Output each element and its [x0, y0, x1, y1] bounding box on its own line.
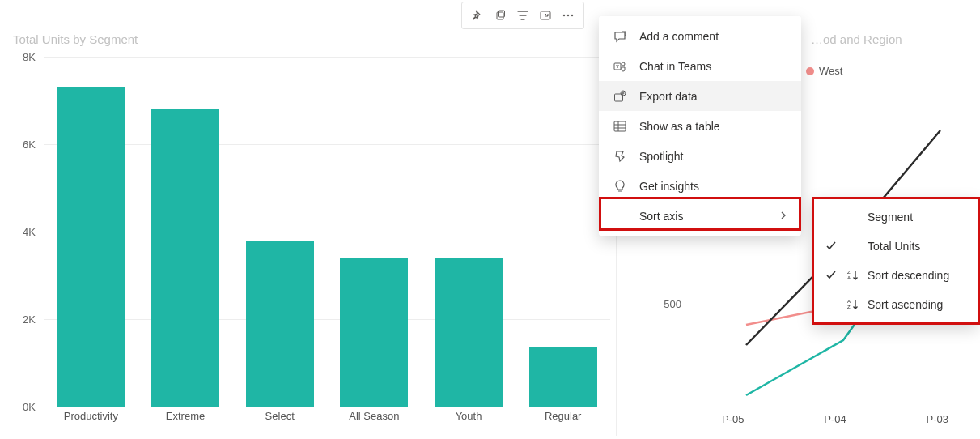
line-x-axis-labels: P-05 P-04 P-03	[722, 413, 948, 425]
bar-extreme[interactable]	[151, 109, 219, 407]
y-tick-label: 8K	[11, 51, 36, 63]
bar-plot-area	[44, 57, 610, 407]
menu-item-export-data[interactable]: Export data	[599, 81, 801, 111]
x-tick-label: All Season	[327, 410, 422, 429]
lightbulb-icon	[612, 178, 628, 194]
menu-item-add-comment[interactable]: Add a comment	[599, 21, 801, 51]
pin-icon[interactable]	[470, 8, 485, 23]
table-icon	[612, 118, 628, 134]
svg-text:Z: Z	[847, 305, 851, 309]
y-tick-label: 2K	[11, 313, 36, 326]
bar-select[interactable]	[246, 241, 314, 407]
menu-item-label: Spotlight	[639, 150, 683, 163]
svg-rect-0	[497, 12, 503, 19]
sort-axis-submenu: Segment Total Units ZA Sort descending A…	[812, 198, 978, 324]
export-icon	[612, 88, 628, 104]
bar-all-season[interactable]	[340, 258, 408, 407]
x-tick-label: Extreme	[138, 410, 233, 429]
submenu-item-label: Total Units	[868, 240, 920, 253]
svg-text:A: A	[847, 299, 851, 304]
submenu-item-label: Segment	[868, 211, 913, 224]
legend-label: West	[819, 65, 842, 77]
x-tick-label: Youth	[422, 410, 516, 429]
legend-item-west[interactable]: West	[806, 65, 842, 77]
bar-chart: 8K 6K 4K 2K 0K Productivity Extreme Sele…	[11, 57, 610, 429]
x-tick-label: Regular	[515, 410, 610, 429]
sort-option-descending[interactable]: ZA Sort descending	[812, 261, 978, 290]
menu-item-label: Show as a table	[639, 120, 720, 133]
svg-point-3	[563, 15, 565, 16]
svg-point-5	[571, 15, 573, 16]
x-tick-label: Productivity	[44, 410, 138, 429]
menu-item-label: Chat in Teams	[639, 60, 711, 73]
legend-dot-icon	[806, 67, 814, 75]
svg-point-4	[567, 15, 569, 16]
spotlight-icon	[612, 148, 628, 164]
y-tick-label: 6K	[11, 139, 36, 151]
copy-icon[interactable]	[493, 8, 507, 23]
sort-option-total-units[interactable]: Total Units	[812, 232, 978, 261]
bar-chart-title: Total Units by Segment	[13, 32, 138, 46]
chevron-right-icon	[778, 210, 788, 223]
x-tick-label: P-04	[824, 413, 846, 425]
menu-item-label: Get insights	[639, 180, 699, 193]
svg-rect-10	[614, 121, 626, 131]
menu-item-sort-axis[interactable]: Sort axis	[599, 201, 801, 231]
line-chart-legend: West	[806, 65, 842, 77]
menu-item-label: Sort axis	[639, 210, 683, 223]
svg-text:A: A	[847, 275, 851, 280]
checkmark-icon	[824, 241, 838, 252]
more-options-icon[interactable]	[561, 8, 575, 23]
menu-item-show-as-table[interactable]: Show as a table	[599, 111, 801, 141]
filter-icon[interactable]	[515, 8, 530, 23]
y-tick-label: 4K	[11, 226, 36, 238]
bar-slot	[515, 57, 610, 407]
sort-descending-icon: ZA	[845, 269, 861, 282]
submenu-item-label: Sort descending	[868, 269, 949, 282]
sort-ascending-icon: AZ	[845, 298, 861, 311]
bar-slot	[138, 57, 233, 407]
bar-slot	[327, 57, 422, 407]
menu-item-label: Add a comment	[639, 30, 719, 43]
x-tick-label: P-03	[927, 413, 948, 425]
bar-youth[interactable]	[435, 258, 503, 407]
menu-item-get-insights[interactable]: Get insights	[599, 171, 801, 201]
sort-option-ascending[interactable]: AZ Sort ascending	[812, 290, 978, 319]
bar-regular[interactable]	[529, 347, 597, 407]
bar-slot	[232, 57, 327, 407]
bar-productivity[interactable]	[57, 87, 125, 407]
teams-icon	[612, 58, 628, 75]
svg-rect-2	[541, 11, 550, 19]
checkmark-icon	[824, 270, 838, 281]
menu-item-spotlight[interactable]: Spotlight	[599, 141, 801, 171]
visual-context-menu: Add a comment Chat in Teams Export data …	[599, 16, 801, 236]
submenu-item-label: Sort ascending	[868, 298, 943, 311]
blank-icon	[612, 208, 628, 224]
gridline	[44, 407, 610, 407]
svg-point-7	[622, 62, 625, 66]
x-tick-label: P-05	[722, 413, 744, 425]
focus-mode-icon[interactable]	[538, 8, 553, 23]
line-chart-title: …od and Region	[811, 32, 902, 46]
menu-item-label: Export data	[639, 90, 698, 103]
x-axis-labels: Productivity Extreme Select All Season Y…	[44, 410, 610, 429]
y-tick-label: 500	[649, 298, 681, 310]
bar-slot	[44, 57, 138, 407]
x-tick-label: Select	[232, 410, 327, 429]
sort-option-segment[interactable]: Segment	[812, 202, 978, 232]
y-tick-label: 0K	[11, 401, 36, 413]
bar-slot	[422, 57, 516, 407]
comment-icon	[612, 28, 628, 45]
svg-text:Z: Z	[847, 270, 851, 275]
menu-item-chat-in-teams[interactable]: Chat in Teams	[599, 51, 801, 81]
